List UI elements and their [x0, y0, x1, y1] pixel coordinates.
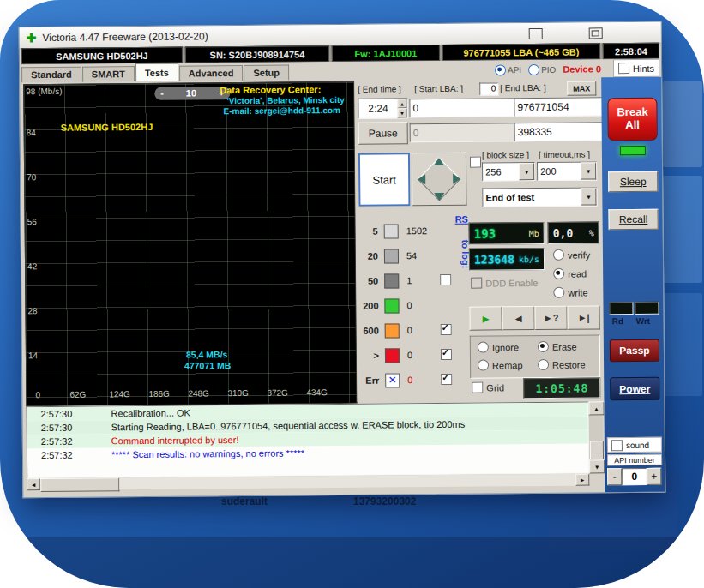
tab-setup[interactable]: Setup	[244, 65, 289, 81]
latency-swatch	[385, 323, 400, 338]
scroll-right-icon[interactable]: ►	[575, 473, 589, 485]
api-number-value[interactable]: 0	[622, 468, 647, 485]
y-tick: 14	[28, 351, 38, 360]
pad-down-icon[interactable]	[434, 193, 444, 201]
pad-up-icon[interactable]	[434, 158, 444, 165]
passp-button[interactable]: Passp	[610, 339, 659, 363]
rate-display: 123648 kb/s	[469, 248, 545, 271]
hints-checkbox[interactable]: Hints	[613, 59, 659, 77]
recall-button[interactable]: Recall	[608, 209, 658, 231]
pause-button[interactable]: Pause	[358, 122, 408, 145]
remaining-field[interactable]: 398335	[514, 122, 604, 141]
elapsed-time: 2:58:04	[603, 43, 659, 60]
latency-log-checkbox[interactable]	[441, 349, 452, 360]
latency-swatch	[385, 348, 400, 363]
timeout-select[interactable]: 200 ▼	[537, 161, 597, 181]
y-tick: 84	[27, 128, 36, 137]
desktop-tile	[0, 537, 704, 588]
ddd-enable-checkbox[interactable]: DDD Enable	[471, 277, 538, 289]
seek-test-button[interactable]: ►?	[534, 306, 567, 330]
ignore-radio[interactable]: Ignore	[478, 341, 519, 352]
log-area: 2:57:30 Recalibration... OK 2:57:30 Star…	[26, 401, 603, 490]
start-lba-input[interactable]: 0	[409, 98, 517, 117]
maximize-button[interactable]	[589, 27, 603, 39]
block-size-label: [ block size ]	[482, 150, 529, 159]
latency-log-checkbox[interactable]	[441, 374, 452, 385]
desktop-text: suderault	[221, 495, 268, 507]
y-tick: 42	[27, 261, 37, 271]
spin-down-icon[interactable]: ▼	[397, 108, 406, 117]
end-time-spinner[interactable]: 2:24 ▲ ▼	[358, 98, 407, 119]
api-radio[interactable]: API	[495, 62, 521, 77]
x-tick: 124G	[109, 389, 130, 399]
drive-serial: SN: S20BJ908914754	[185, 45, 329, 63]
drive-capacity: 976771055 LBA (~465 GB)	[442, 43, 600, 61]
wrt-label: Wrt	[636, 316, 651, 326]
wrt-indicator	[635, 302, 659, 315]
mode-group: API PIO Device 0 Hints	[495, 59, 659, 79]
test-controls: [ End time ] [ Start LBA: ] 0 [ End LBA:…	[354, 79, 602, 401]
drive-firmware: Fw: 1AJ10001	[332, 45, 440, 62]
sleep-button[interactable]: Sleep	[608, 171, 658, 193]
dropdown-icon[interactable]: ▼	[519, 163, 534, 180]
tab-advanced[interactable]: Advanced	[179, 65, 244, 81]
latency-log-checkbox[interactable]	[441, 324, 452, 335]
back-button[interactable]: ◄	[502, 306, 534, 330]
break-all-button[interactable]: Break All	[607, 98, 657, 141]
pad-right-icon[interactable]	[453, 174, 460, 184]
seek-end-button[interactable]: ►|	[567, 305, 599, 329]
read-radio[interactable]: read	[553, 268, 587, 279]
app-icon: ✚	[27, 31, 37, 45]
write-radio[interactable]: write	[553, 287, 587, 298]
max-lba-button[interactable]: MAX	[567, 81, 596, 95]
graph-zoom-control: - 10 +	[154, 87, 230, 100]
start-button[interactable]: Start	[358, 153, 411, 207]
pad-checkbox[interactable]	[470, 157, 481, 168]
play-button[interactable]: ►	[469, 306, 502, 330]
verify-radio[interactable]: verify	[553, 249, 590, 260]
horizontal-scroll-thumb[interactable]	[40, 477, 119, 492]
zoom-value: 10	[186, 87, 196, 99]
banner-line2: 'Victoria', Belarus, Minsk city	[226, 95, 344, 105]
x-tick: 62G	[69, 390, 86, 399]
start-lba-mini-field[interactable]: 0	[479, 82, 498, 95]
restore-radio[interactable]: Restore	[538, 359, 586, 370]
erase-radio[interactable]: Erase	[538, 341, 577, 352]
power-button[interactable]: Power	[610, 377, 659, 401]
spin-up-icon[interactable]: ▲	[397, 99, 406, 108]
readout-position: 477071 MB	[184, 360, 231, 370]
end-lba-input[interactable]: 976771054	[514, 97, 603, 117]
api-minus-button[interactable]: -	[607, 468, 622, 485]
block-size-select[interactable]: 256 ▼	[482, 162, 535, 182]
zoom-out-button[interactable]: -	[160, 87, 164, 100]
api-plus-button[interactable]: +	[647, 468, 661, 485]
log-rows: 2:57:30 Recalibration... OK 2:57:30 Star…	[26, 401, 589, 478]
readout-speed: 85,4 MB/s	[186, 349, 228, 359]
latency-row: 2054	[356, 248, 467, 264]
desktop-tile	[663, 176, 702, 283]
minimize-button[interactable]	[529, 28, 543, 39]
pio-radio[interactable]: PIO	[528, 61, 556, 76]
tab-smart[interactable]: SMART	[82, 66, 135, 82]
dropdown-icon[interactable]: ▼	[581, 188, 596, 205]
vertical-scroll-thumb[interactable]	[590, 441, 604, 459]
tab-tests[interactable]: Tests	[135, 63, 178, 81]
dropdown-icon[interactable]: ▼	[581, 162, 596, 179]
remap-radio[interactable]: Remap	[478, 359, 523, 370]
tab-standard[interactable]: Standard	[21, 67, 81, 83]
scroll-down-icon[interactable]: ▼	[589, 459, 605, 473]
latency-log-checkbox[interactable]	[440, 274, 451, 285]
end-action-select[interactable]: End of test ▼	[482, 187, 597, 207]
desktop-tile	[663, 293, 702, 396]
scroll-left-icon[interactable]: ◄	[27, 478, 40, 490]
latency-swatch	[384, 273, 399, 288]
sound-checkbox[interactable]: sound	[607, 437, 662, 453]
log-vertical-scrollbar[interactable]: ▲ ▼	[588, 401, 603, 473]
end-time-label: [ End time ]	[358, 84, 401, 93]
latency-swatch	[384, 249, 399, 263]
grid-checkbox[interactable]: Grid	[472, 381, 504, 393]
y-axis-top-label: 98 (Mb/s)	[26, 87, 62, 96]
latency-swatch: ✕	[385, 373, 400, 387]
pad-left-icon[interactable]	[418, 174, 425, 184]
scroll-up-icon[interactable]: ▲	[588, 401, 604, 415]
